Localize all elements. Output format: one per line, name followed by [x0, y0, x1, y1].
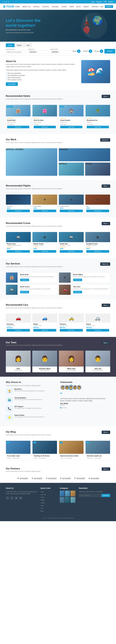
linkedin-icon[interactable]: in	[8, 1, 9, 2]
nav-pages[interactable]: PAGES	[83, 6, 89, 8]
service-btn-1[interactable]: Book Now	[20, 278, 29, 281]
hotels-more-button[interactable]: More +	[102, 95, 110, 98]
checkin-input[interactable]	[28, 50, 49, 54]
top-social-icons[interactable]: f t g+ in	[3, 1, 9, 2]
top-register[interactable]: Register	[96, 1, 102, 2]
partner-6[interactable]: ✦ envato	[88, 477, 99, 480]
tab-visa[interactable]: Visa	[24, 44, 32, 47]
currency-selector[interactable]: USD	[103, 1, 106, 2]
testi-dot-4[interactable]	[65, 407, 67, 408]
tab-flights[interactable]: Flights	[15, 44, 24, 47]
newsletter-email-input[interactable]	[79, 494, 101, 497]
facebook-icon[interactable]: f	[3, 1, 3, 2]
insta-photo-5[interactable]	[65, 497, 70, 503]
flight-book-btn-3[interactable]: Book Now	[60, 210, 83, 212]
flights-more-button[interactable]: More +	[102, 184, 110, 188]
newsletter-subscribe-button[interactable]: Subscribe	[101, 494, 110, 497]
rooms-count[interactable]: 1	[100, 50, 103, 53]
service-btn-4[interactable]: Book Now	[73, 291, 82, 293]
hotel-book-btn-3[interactable]: Book Now	[60, 126, 82, 128]
testi-dot-1[interactable]	[60, 407, 61, 408]
nav-blog[interactable]: BLOG	[76, 6, 81, 8]
work-item-hotels[interactable]: HOTELS	[59, 162, 84, 176]
nav-flights[interactable]: FLIGHTS	[42, 6, 49, 8]
cruise-book-btn-3[interactable]: Book Now	[60, 250, 83, 253]
footer-link-cruises[interactable]: Cruises	[41, 502, 56, 504]
language-selector[interactable]: English	[108, 1, 113, 2]
adults-count[interactable]: 2	[77, 50, 80, 53]
services-more-button[interactable]: About Us	[100, 262, 110, 266]
site-logo[interactable]: ⊕ TOUR	[3, 5, 14, 8]
work-item-cruises[interactable]: CRUISES	[59, 148, 110, 161]
nav-cars[interactable]: CARS	[69, 6, 74, 8]
car-book-btn-1[interactable]: Book Now	[7, 329, 30, 332]
footer-link-cars[interactable]: Cars	[41, 507, 56, 509]
nav-cruises[interactable]: CRUISES	[51, 6, 59, 8]
hotel-book-btn-2[interactable]: Book Now	[34, 126, 56, 128]
flight-book-btn-2[interactable]: Book Now	[33, 210, 56, 212]
top-login[interactable]: Login	[91, 1, 94, 2]
search-button[interactable]: Search	[104, 49, 115, 54]
partner-2[interactable]: ✦ envato	[31, 477, 42, 480]
footer-link-tours[interactable]: Tours	[41, 504, 56, 506]
work-more-button[interactable]: About Us	[100, 138, 110, 142]
hotel-book-btn-4[interactable]: Book Now	[87, 126, 109, 128]
footer-link-home[interactable]: Home	[41, 491, 56, 493]
destination-input[interactable]	[6, 50, 27, 54]
blog-post-title-1[interactable]: If you make a typo	[7, 455, 29, 457]
cruise-book-btn-1[interactable]: Book Now	[7, 250, 30, 253]
cars-more-button[interactable]: More +	[102, 304, 110, 307]
hotel-book-btn-1[interactable]: Book Now	[7, 126, 29, 128]
nav-login-btn[interactable]: Login	[100, 6, 103, 8]
flight-book-btn-1[interactable]: Book Now	[7, 210, 30, 212]
footer-link-about[interactable]: About Us	[41, 494, 56, 496]
testi-dot-3[interactable]	[64, 407, 65, 408]
cruise-book-btn-2[interactable]: Book Now	[33, 250, 56, 253]
testi-dot-2[interactable]	[62, 407, 63, 408]
learn-more-button[interactable]: Learn More	[6, 82, 18, 86]
footer-in-icon[interactable]: in	[19, 496, 22, 500]
nav-register-btn[interactable]: Register	[105, 5, 113, 8]
footer-link-blog[interactable]: Blog	[41, 510, 56, 512]
car-book-btn-3[interactable]: Book Now	[60, 329, 83, 332]
nav-tours[interactable]: TOURS	[61, 6, 67, 8]
work-item-special[interactable]: SPECIAL OFFERS	[6, 148, 57, 176]
footer-tw-icon[interactable]: t	[10, 496, 14, 500]
partner-4[interactable]: ✦ envato	[59, 477, 71, 480]
twitter-icon[interactable]: t	[4, 1, 5, 2]
insta-photo-1[interactable]	[60, 491, 65, 496]
footer-fb-icon[interactable]: f	[6, 496, 9, 500]
partner-1[interactable]: ✦ envato	[17, 477, 28, 480]
blog-post-title-3[interactable]: Exposé provisions chunks	[60, 455, 82, 457]
insta-photo-6[interactable]	[71, 497, 75, 503]
flight-book-btn-4[interactable]: Book Now	[86, 210, 109, 212]
partner-5[interactable]: ✦ envato	[74, 477, 85, 480]
partner-3[interactable]: ✦ envato	[45, 477, 57, 480]
nav-hotels[interactable]: HOTELS	[33, 6, 40, 8]
cruise-book-btn-4[interactable]: Book Now	[86, 250, 109, 253]
nav-about[interactable]: ABOUT US	[23, 6, 31, 8]
team-more-button[interactable]: More +	[102, 341, 110, 344]
partners-more-button[interactable]: More +	[102, 468, 110, 471]
insta-photo-4[interactable]	[60, 497, 65, 503]
blog-post-title-2[interactable]: Traveling on the theory	[34, 455, 56, 457]
car-book-btn-4[interactable]: Book Now	[86, 329, 109, 332]
testi-avatar-5[interactable]: 👨	[76, 385, 82, 390]
footer-link-hotels[interactable]: Hotels	[41, 496, 56, 498]
car-book-btn-2[interactable]: Book Now	[33, 329, 56, 332]
footer-link-flights[interactable]: Flights	[41, 499, 56, 501]
children-count[interactable]: 0	[89, 50, 92, 53]
insta-photo-3[interactable]	[71, 491, 75, 496]
nav-home[interactable]: HOME	[15, 6, 20, 8]
nav-contact[interactable]: CONTACT	[91, 6, 99, 8]
cruise-more-button[interactable]: More +	[102, 222, 110, 225]
service-btn-3[interactable]: Book Now	[20, 291, 29, 293]
google-icon[interactable]: g+	[6, 1, 7, 2]
blog-more-button[interactable]: More +	[102, 431, 110, 434]
work-item-tours[interactable]: TOURS	[85, 162, 110, 176]
tab-hotel[interactable]: Hotel	[6, 44, 15, 47]
insta-photo-2[interactable]	[65, 491, 70, 496]
service-btn-2[interactable]: Book Now	[73, 278, 82, 281]
footer-gp-icon[interactable]: g	[15, 496, 18, 500]
blog-post-title-4[interactable]: Adventure awaits you	[87, 455, 109, 457]
